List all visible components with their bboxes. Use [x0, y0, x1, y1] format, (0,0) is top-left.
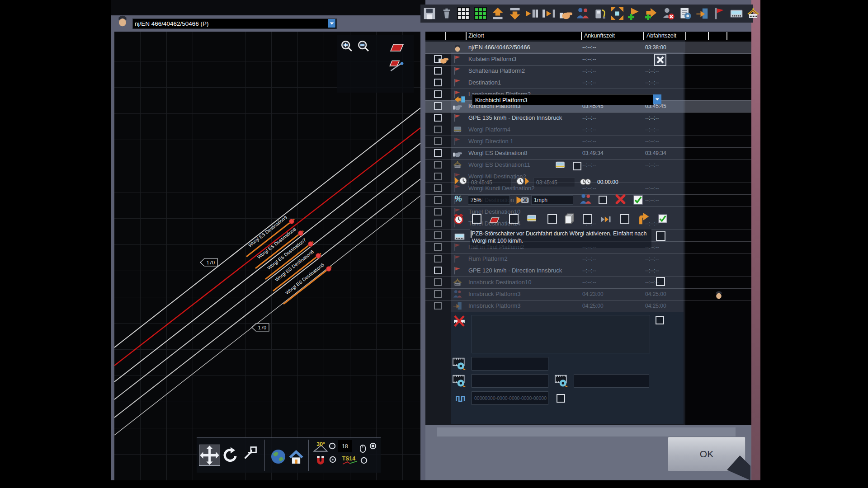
raise-button[interactable]	[491, 7, 504, 20]
option-enabled-checkbox[interactable]	[658, 214, 667, 223]
zoom-out-button[interactable]	[357, 40, 370, 52]
row-checkbox[interactable]	[434, 255, 442, 263]
portal-icon	[696, 7, 708, 20]
track-settings-field-3[interactable]	[574, 374, 649, 388]
expand-button[interactable]	[611, 7, 623, 20]
option-checkbox-4[interactable]	[583, 214, 592, 224]
svg-text:170: 170	[207, 260, 215, 265]
marker-tool-button[interactable]	[389, 41, 405, 52]
add-arrow-button[interactable]	[645, 7, 657, 20]
option-checkbox-5[interactable]	[620, 214, 629, 224]
scale-tool-button[interactable]	[243, 446, 258, 460]
destination-combo-button[interactable]	[653, 94, 661, 104]
add-arrow-icon	[645, 7, 657, 20]
console-button[interactable]	[730, 7, 743, 20]
performance-field[interactable]: 75%	[468, 195, 510, 205]
row-checkbox[interactable]	[434, 161, 442, 169]
zoom-in-button[interactable]	[340, 40, 353, 52]
globe-button[interactable]	[270, 449, 286, 465]
row-checkbox[interactable]	[434, 196, 442, 204]
driver-icon	[453, 43, 462, 52]
row-checkbox[interactable]	[434, 208, 442, 216]
row-checkbox[interactable]	[434, 267, 442, 274]
row-checkbox[interactable]	[434, 90, 442, 98]
option-checkbox-2[interactable]	[509, 214, 519, 224]
option-checkbox-3[interactable]	[547, 214, 557, 224]
row-checkbox[interactable]	[434, 290, 442, 298]
row-checkbox[interactable]	[434, 67, 442, 75]
fuel-button[interactable]	[594, 7, 606, 20]
svg-text:30°: 30°	[316, 441, 325, 447]
marker-edit-button[interactable]	[388, 58, 405, 72]
enabled-checkbox[interactable]	[633, 195, 643, 205]
notes-checkbox[interactable]	[656, 316, 664, 324]
save-button[interactable]	[423, 7, 436, 20]
delete-instruction-icon[interactable]	[614, 193, 627, 205]
column-zielort: Zielort	[468, 33, 484, 39]
flag-red-button[interactable]	[713, 7, 726, 20]
service-dropdown-button[interactable]	[328, 19, 335, 28]
snap-mode-radio[interactable]	[329, 456, 336, 463]
row-checkbox[interactable]	[434, 173, 442, 180]
arrival-time: --:--:--	[582, 44, 596, 51]
service-dropdown[interactable]: nj/EN 466/40462/50466 (P)	[132, 19, 337, 29]
row-checkbox[interactable]	[434, 184, 442, 192]
rotate-tool-button[interactable]	[222, 447, 239, 464]
gradient-mode-icon: 30°	[313, 441, 328, 453]
home-button[interactable]	[288, 450, 304, 464]
row-checkbox[interactable]	[434, 79, 442, 86]
turn-arrow-icon[interactable]	[637, 212, 649, 225]
departure-time: 03:38:00	[645, 44, 666, 51]
add-flag-button[interactable]	[627, 7, 640, 20]
insert-before-button[interactable]	[542, 7, 555, 20]
mouse-mode-radio[interactable]	[369, 442, 377, 450]
notes-textarea[interactable]	[472, 315, 650, 353]
row-checkbox[interactable]	[434, 137, 442, 145]
track-settings-field-1[interactable]	[472, 357, 548, 371]
gradient-mode-radio[interactable]	[329, 442, 336, 450]
grid-white-button[interactable]	[457, 7, 470, 20]
row-checkbox[interactable]	[434, 102, 442, 110]
destination-combo[interactable]: Kirchbichl Platform3	[472, 94, 654, 105]
row-checkbox[interactable]	[434, 278, 442, 286]
row-checkbox[interactable]	[434, 302, 442, 310]
departure-time-field[interactable]: 03:45:45	[533, 178, 575, 187]
guid-field[interactable]: 00000000-0000-0000-0000-00000	[472, 391, 548, 405]
grid-green-button[interactable]	[474, 7, 487, 20]
row-checkbox[interactable]	[434, 220, 442, 227]
properties-button[interactable]	[679, 7, 692, 20]
row-checkbox[interactable]	[434, 126, 442, 133]
performance-checkbox[interactable]	[599, 196, 607, 204]
raise-icon	[491, 7, 504, 20]
passengers-button[interactable]	[576, 7, 589, 20]
track-settings-icon-1	[453, 357, 466, 370]
row-checkbox[interactable]	[434, 243, 442, 251]
hand-button[interactable]	[560, 7, 572, 20]
remove-driver-button[interactable]	[662, 7, 675, 20]
arrival-time-field[interactable]: 03:45:45	[468, 178, 512, 187]
close-icon[interactable]	[654, 54, 666, 66]
option-checkbox-1[interactable]	[472, 214, 481, 224]
ts14-mode-radio[interactable]	[360, 457, 368, 464]
portal-button[interactable]	[696, 7, 708, 20]
speed-field[interactable]: 1mph	[531, 195, 573, 205]
row-checkbox[interactable]	[434, 149, 442, 157]
pan-tool-button[interactable]	[199, 445, 220, 466]
driver-icon	[714, 289, 724, 299]
consist-checkbox[interactable]	[573, 162, 581, 170]
station-button[interactable]	[747, 7, 760, 20]
map-view[interactable]: 170170 Worgl ES Destination9Worgl ES Des…	[114, 32, 420, 480]
message-textbox[interactable]: PZB-Störschalter vor Ducrhfahrt durch Wö…	[470, 229, 651, 248]
insert-after-button[interactable]	[525, 7, 538, 20]
destination-checkbox[interactable]	[656, 277, 665, 286]
table-row[interactable]: nj/EN 466/40462/50466--:--:--03:38:00	[425, 42, 751, 54]
row-checkbox[interactable]	[434, 231, 442, 239]
message-checkbox[interactable]	[656, 231, 665, 241]
row-checkbox[interactable]	[434, 114, 442, 122]
guid-checkbox[interactable]	[557, 394, 565, 403]
track-settings-field-2[interactable]	[472, 374, 548, 388]
trash-button[interactable]	[440, 7, 453, 20]
lower-button[interactable]	[509, 7, 521, 20]
svg-text:TS14: TS14	[342, 455, 355, 462]
driver-icon	[116, 12, 129, 28]
